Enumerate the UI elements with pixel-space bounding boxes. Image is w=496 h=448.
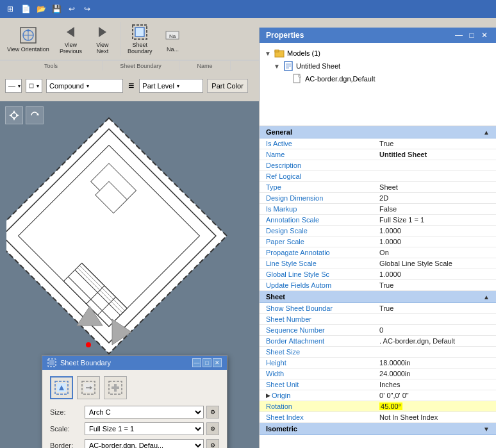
view-next-icon <box>92 22 113 41</box>
name-section-label: Name <box>179 61 231 71</box>
prop-label-design-scale: Design Scale <box>260 226 373 236</box>
sheet-boundary-btn[interactable]: SheetBoundary <box>123 19 157 58</box>
prop-label-sheet-number: Sheet Number <box>260 314 373 325</box>
name-icon: Na <box>162 25 183 46</box>
place-sheet-btn[interactable] <box>50 376 73 399</box>
prop-label-origin: ▶ Origin <box>260 390 314 401</box>
view-previous-btn[interactable]: ViewPrevious <box>55 19 87 58</box>
view-next-btn[interactable]: ViewNext <box>88 19 117 58</box>
prop-value-border-attachment: . AC-border.dgn, Default <box>373 336 496 347</box>
compound-dropdown[interactable]: Compound ▾ <box>46 79 123 93</box>
props-content[interactable]: General ▲ Is Active True Name Untitled S… <box>260 126 496 448</box>
prop-value-description <box>373 160 496 171</box>
redo-btn[interactable]: ↪ <box>81 3 94 15</box>
border-select[interactable]: AC-border.dgn, Defau... <box>85 439 204 448</box>
props-maximize-btn[interactable]: □ <box>467 30 477 40</box>
prop-value-update-fields: True <box>373 280 496 291</box>
sheet-collapse-btn[interactable]: ▲ <box>483 294 490 301</box>
prop-value-show-sheet-boundary: True <box>373 303 496 314</box>
props-tree: ▼ Models (1) ▼ <box>260 43 496 126</box>
prop-row-update-fields: Update Fields Autom True <box>260 280 496 291</box>
prop-row-origin: ▶ Origin 0' 0",0' 0" <box>260 390 496 401</box>
open-btn[interactable]: 📂 <box>35 3 47 15</box>
models-folder-icon <box>274 48 285 58</box>
tools-section-label: Tools <box>0 61 103 71</box>
tree-item-models[interactable]: ▼ Models (1) <box>263 47 492 60</box>
size-select[interactable]: Arch C <box>85 406 204 419</box>
save-btn[interactable]: 💾 <box>50 3 63 15</box>
props-minimize-btn[interactable]: — <box>454 30 464 40</box>
dialog-min-btn[interactable]: — <box>192 358 201 367</box>
prop-value-is-markup: False <box>373 204 496 215</box>
tree-untitled-row: ▼ Untitled Sheet <box>263 60 492 72</box>
prop-value-height: 18.0000in <box>373 358 496 369</box>
prop-label-sheet-size: Sheet Size <box>260 347 373 358</box>
border-label: Border: <box>50 442 82 448</box>
tree-item-untitled-sheet[interactable]: ▼ Untitled Sheet <box>272 60 492 72</box>
page-dropdown[interactable]: ▾ <box>26 79 42 93</box>
prop-row-ref-logical: Ref Logical <box>260 171 496 182</box>
view-orientation-icon <box>18 25 38 46</box>
prop-label-is-markup: Is Markup <box>260 204 373 215</box>
settings-sheet-btn[interactable] <box>104 376 127 399</box>
tree-expand-models: ▼ <box>265 50 274 57</box>
prop-row-height: Height 18.0000in <box>260 358 496 369</box>
level-dropdown[interactable]: Part Level ▾ <box>139 79 203 93</box>
general-section-title: General <box>266 128 292 136</box>
prop-value-sheet-unit: Inches <box>373 379 496 390</box>
prop-label-line-style-scale: Line Style Scale <box>260 258 373 269</box>
update-sheet-btn[interactable] <box>77 376 100 399</box>
prop-row-sheet-number: Sheet Number <box>260 314 496 325</box>
prop-row-sheet-index: Sheet Index Not In Sheet Index <box>260 412 496 423</box>
prop-row-design-dim: Design Dimension 2D <box>260 193 496 204</box>
general-collapse-btn[interactable]: ▲ <box>483 129 490 136</box>
scale-select[interactable]: Full Size 1 = 1 <box>85 422 204 435</box>
view-orientation-btn[interactable]: View Orientation <box>3 19 54 58</box>
dialog-titlebar: Sheet Boundary — □ ✕ <box>42 356 227 370</box>
part-color-btn[interactable]: Part Color <box>207 79 248 93</box>
prop-row-rotation[interactable]: Rotation 45.00° <box>260 401 496 412</box>
prop-row-name: Name Untitled Sheet <box>260 149 496 160</box>
prop-row-line-style-scale: Line Style Scale Global Line Style Scale <box>260 258 496 269</box>
prop-value-sheet-size <box>373 347 496 358</box>
isometric-section-title: Isometric <box>266 425 297 433</box>
scale-arrow-btn[interactable]: ⚙ <box>206 422 219 435</box>
view-dropdown[interactable]: —▾ <box>5 79 22 93</box>
prop-label-update-fields: Update Fields Autom <box>260 280 373 291</box>
app-menu-btn[interactable]: ⊞ <box>4 3 17 15</box>
prop-value-sequence-number: 0 <box>373 325 496 336</box>
name-btn-label: Na... <box>167 47 179 53</box>
dialog-titlebar-btns: — □ ✕ <box>192 358 222 367</box>
prop-value-annotation-scale: Full Size 1 = 1 <box>373 215 496 226</box>
undo-btn[interactable]: ↩ <box>65 3 78 15</box>
sheet-icon <box>283 61 294 71</box>
size-arrow-btn[interactable]: ⚙ <box>206 406 219 419</box>
prop-label-paper-scale: Paper Scale <box>260 236 373 247</box>
models-label: Models (1) <box>287 49 320 57</box>
origin-expand-btn[interactable]: ▶ <box>266 392 270 399</box>
sheet-section-header[interactable]: Sheet ▲ <box>260 291 496 303</box>
svg-marker-13 <box>13 110 15 113</box>
prop-value-width: 24.0000in <box>373 369 496 379</box>
red-dot <box>86 342 91 347</box>
new-btn[interactable]: 📄 <box>19 3 32 15</box>
general-section-header[interactable]: General ▲ <box>260 126 496 138</box>
tree-item-border[interactable]: AC-border.dgn,Default <box>281 72 492 85</box>
prop-value-name: Untitled Sheet <box>373 149 496 160</box>
dialog-restore-btn[interactable]: □ <box>203 358 211 367</box>
border-arrow-btn[interactable]: ⚙ <box>206 439 219 448</box>
name-btn[interactable]: Na Na... <box>158 19 187 58</box>
prop-label-description: Description <box>260 160 373 171</box>
isometric-section-header[interactable]: Isometric ▼ <box>260 423 496 435</box>
prop-label-annotation-scale: Annotation Scale <box>260 215 373 226</box>
dialog-close-btn[interactable]: ✕ <box>213 358 222 367</box>
dialog-body: Size: Arch C ⚙ Scale: Full Size 1 = 1 ⚙ … <box>42 370 227 448</box>
prop-row-annotation-scale: Annotation Scale Full Size 1 = 1 <box>260 215 496 226</box>
prop-label-border-attachment: Border Attachment <box>260 336 373 347</box>
rotation-value-highlight: 45.00° <box>379 402 402 410</box>
isometric-collapse-btn[interactable]: ▼ <box>483 426 490 433</box>
props-close-btn[interactable]: ✕ <box>479 30 490 40</box>
part-color-label: Part Color <box>211 82 244 90</box>
prop-row-type: Type Sheet <box>260 182 496 193</box>
prop-value-type: Sheet <box>373 182 496 193</box>
